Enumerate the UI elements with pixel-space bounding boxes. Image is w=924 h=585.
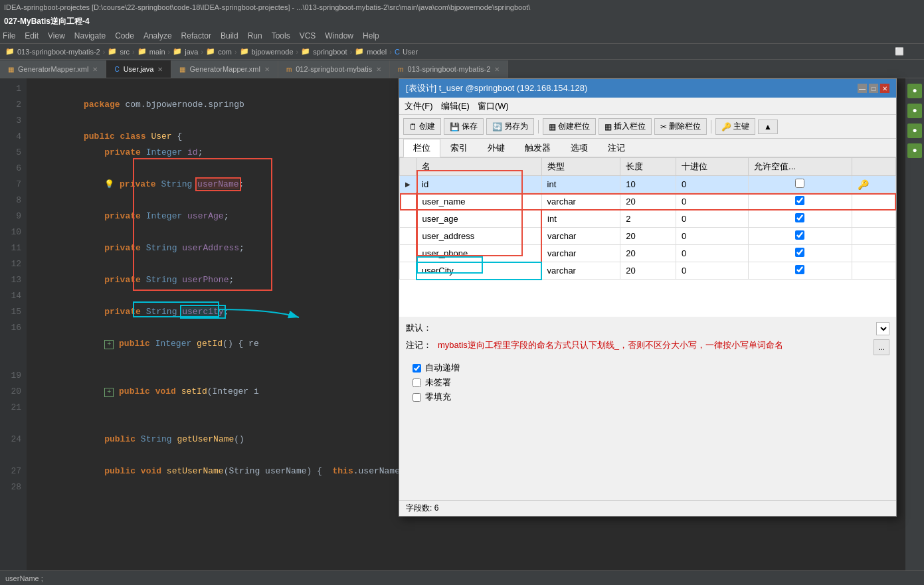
field-name[interactable]: user_phone [416,245,542,262]
breadcrumb-springboot[interactable]: springboot [313,48,347,56]
menu-run[interactable]: Run [248,31,262,41]
field-type: varchar [541,193,620,210]
field-nullable[interactable] [749,228,852,245]
insert-field-icon: ▦ [604,122,612,131]
breadcrumb-src[interactable]: src [120,48,130,56]
menu-window[interactable]: Window [325,31,353,41]
db-tab-comment[interactable]: 注记 [598,139,635,157]
close-icon[interactable]: ✕ [264,66,270,73]
field-nullable[interactable] [749,210,852,228]
tab-013-springboot[interactable]: m 013-springboot-mybatis-2 ✕ [390,60,508,78]
title-bar: IDEA-springboot-projectes [D:\course\22-… [0,0,924,15]
field-decimal: 0 [676,262,748,280]
db-saveas-button[interactable]: 🔄 另存为 [486,118,534,135]
menu-code[interactable]: Code [115,31,134,41]
zerofill-checkbox[interactable] [413,393,421,402]
tab-012-springboot[interactable]: m 012-springboot-mybatis ✕ [278,60,390,78]
table-row[interactable]: user_name varchar 20 0 [400,193,896,210]
menu-navigate[interactable]: Navigate [74,31,106,41]
db-menu-window[interactable]: 窗口(W) [478,100,509,112]
field-nullable[interactable] [749,176,852,193]
field-name[interactable]: id [416,176,542,193]
menu-edit[interactable]: Edit [25,31,39,41]
menu-refactor[interactable]: Refactor [181,31,211,41]
gutter-icon-1[interactable]: ● [907,84,922,98]
menu-build[interactable]: Build [221,31,238,41]
gutter-icon-2[interactable]: ● [907,104,922,118]
field-name[interactable]: userCity [416,262,542,280]
field-name[interactable]: user_age [416,210,542,228]
close-icon[interactable]: ✕ [157,66,163,73]
db-tab-foreign[interactable]: 外键 [478,139,515,157]
db-menu-file[interactable]: 文件(F) [405,100,433,112]
close-icon[interactable]: ✕ [92,66,98,73]
field-nullable[interactable] [749,245,852,262]
tab-user-java[interactable]: C User.java ✕ [106,60,171,78]
tab-generatormapper-xml-2[interactable]: ▦ GeneratorMapper.xml ✕ [171,60,278,78]
status-username: userName ; [5,574,43,582]
db-save-button[interactable]: 💾 保存 [444,118,484,135]
breadcrumb-java[interactable]: java [185,48,198,56]
db-status-bar: 字段数: 6 [399,500,896,516]
row-arrow [400,228,416,245]
db-tab-index[interactable]: 索引 [440,139,478,157]
menu-tools[interactable]: Tools [272,31,290,41]
db-tabs: 栏位 索引 外键 触发器 选项 注记 [399,139,896,157]
close-icon[interactable]: ✕ [494,66,500,73]
menu-bar: File Edit View Navigate Code Analyze Ref… [0,28,924,44]
comment-edit-button[interactable]: ... [874,339,889,355]
table-row[interactable]: user_age int 2 0 [400,210,896,228]
field-key: 🔑 [852,176,895,193]
db-menu-edit[interactable]: 编辑(E) [441,100,470,112]
db-insert-field-button[interactable]: ▦ 插入栏位 [599,118,652,135]
gutter-icon-3[interactable]: ● [907,124,922,138]
default-row: 默认： ▼ [406,322,889,335]
field-name[interactable]: user_name [416,193,542,210]
db-add-field-button[interactable]: ▦ 创建栏位 [543,118,596,135]
auto-increment-checkbox[interactable] [413,364,421,373]
db-tab-fields[interactable]: 栏位 [403,139,440,157]
breadcrumb-project[interactable]: 013-springboot-mybatis-2 [17,48,100,56]
menu-analyze[interactable]: Analyze [143,31,172,41]
db-create-button[interactable]: 🗒 创建 [403,118,441,135]
menu-help[interactable]: Help [363,31,379,41]
tab-label: GeneratorMapper.xml [18,65,88,73]
db-close-button[interactable]: ✕ [880,84,889,93]
default-select[interactable]: ▼ [876,322,889,335]
menu-vcs[interactable]: VCS [300,31,316,41]
db-primary-key-button[interactable]: 🔑 主键 [715,118,755,135]
db-tab-options[interactable]: 选项 [561,139,598,157]
breadcrumb-com[interactable]: com [218,48,232,56]
breadcrumb-user[interactable]: User [403,48,418,56]
db-field-table[interactable]: 名 类型 长度 十进位 允许空值... ▶ id int 10 [399,157,896,317]
breadcrumb-main[interactable]: main [149,48,165,56]
field-nullable[interactable] [749,262,852,280]
close-icon[interactable]: ✕ [376,66,381,73]
breadcrumb-model[interactable]: model [367,48,387,56]
field-name[interactable]: user_address [416,228,542,245]
db-up-button[interactable]: ▲ [758,120,778,134]
field-decimal: 0 [676,193,748,210]
field-decimal: 0 [676,210,748,228]
db-minimize-button[interactable]: — [858,84,867,93]
db-maximize-button[interactable]: □ [869,84,878,93]
field-length: 10 [620,176,676,193]
field-nullable[interactable] [749,193,852,210]
table-row[interactable]: user_address varchar 20 0 [400,228,896,245]
table-row[interactable]: userCity varchar 20 0 [400,262,896,280]
m-icon: m [286,66,292,73]
breadcrumb-maximize[interactable]: ⬜ [895,47,904,56]
table-row[interactable]: user_phone varchar 20 0 [400,245,896,262]
title-text: IDEA-springboot-projectes [D:\course\22-… [4,3,530,11]
menu-view[interactable]: View [48,31,65,41]
menu-file[interactable]: File [3,31,15,41]
th-arrow [400,158,416,176]
db-delete-field-button[interactable]: ✂ 删除栏位 [654,118,707,135]
tab-generatormapper-xml-1[interactable]: ▦ GeneratorMapper.xml ✕ [0,60,106,78]
gutter-icon-4[interactable]: ● [907,143,922,158]
breadcrumb-bjpowernode[interactable]: bjpowernode [252,48,294,56]
db-tab-trigger[interactable]: 触发器 [515,139,561,157]
unsigned-checkbox[interactable] [413,378,421,387]
row-arrow [400,262,416,280]
table-row[interactable]: ▶ id int 10 0 🔑 [400,176,896,193]
